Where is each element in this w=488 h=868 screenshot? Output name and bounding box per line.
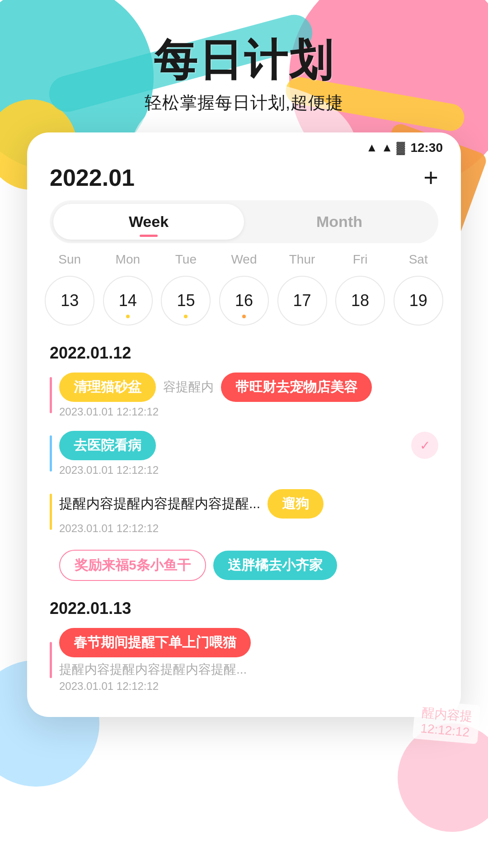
task-body-4: 奖励来福5条小鱼干 送胖橘去小齐家 — [59, 550, 438, 581]
tag-walk-dog[interactable]: 遛狗 — [267, 489, 324, 519]
date-cell-19[interactable]: 19 — [394, 276, 443, 326]
task-item-1: 清理猫砂盆 容提醒内 带旺财去宠物店美容 2023.01.01 12:12:12 — [27, 366, 461, 425]
task-time-1: 2023.01.01 12:12:12 — [59, 406, 438, 418]
task-body-text-5: 提醒内容提醒内容提醒内容提醒... — [59, 661, 438, 678]
task-body-2: 去医院看病 ✓ 2023.01.01 12:12:12 — [59, 431, 438, 476]
tag-pet-grooming[interactable]: 带旺财去宠物店美容 — [221, 373, 372, 402]
app-title: 每日计划 — [0, 36, 488, 84]
wifi-icon: ▲ — [366, 141, 378, 155]
task-time-5: 2023.01.01 12:12:12 — [59, 680, 438, 693]
day-label-wed: Wed — [219, 252, 269, 267]
status-time: 12:30 — [410, 141, 443, 155]
calendar-current-date: 2022.01 — [50, 164, 135, 191]
task-body-3: 提醒内容提醒内容提醒内容提醒... 遛狗 2023.01.01 12:12:12 — [59, 489, 438, 535]
date-cell-13[interactable]: 13 — [45, 276, 94, 326]
status-icons: ▲ ▲ ▓ — [366, 141, 405, 155]
task-item-3: 提醒内容提醒内容提醒内容提醒... 遛狗 2023.01.01 12:12:12 — [27, 483, 461, 541]
tag-spring-festival[interactable]: 春节期间提醒下单上门喂猫 — [59, 628, 251, 657]
date-cell-15[interactable]: 15 — [161, 276, 211, 326]
task-item-4: 奖励来福5条小鱼干 送胖橘去小齐家 — [27, 541, 461, 590]
day-label-sat: Sat — [394, 252, 443, 267]
day-label-mon: Mon — [103, 252, 153, 267]
date-cell-17[interactable]: 17 — [277, 276, 327, 326]
day-label-tue: Tue — [161, 252, 211, 267]
view-tab-group: Week Month — [50, 200, 438, 243]
header: 每日计划 轻松掌握每日计划,超便捷 — [0, 0, 488, 114]
task-line-3 — [50, 494, 52, 530]
side-decoration-text: 醒内容提12:12:12 — [413, 700, 481, 744]
tag-hospital[interactable]: 去医院看病 — [59, 431, 156, 460]
add-event-button[interactable]: + — [423, 165, 438, 190]
day-label-thur: Thur — [277, 252, 327, 267]
task-check-2[interactable]: ✓ — [411, 432, 438, 459]
app-subtitle: 轻松掌握每日计划,超便捷 — [0, 91, 488, 114]
tag-clean-litterbox[interactable]: 清理猫砂盆 — [59, 373, 156, 402]
tab-month[interactable]: Month — [244, 204, 435, 240]
task-reminder-text: 容提醒内 — [163, 378, 214, 396]
task-time-3: 2023.01.01 12:12:12 — [59, 522, 438, 535]
day-label-fri: Fri — [335, 252, 385, 267]
task-item-5: 春节期间提醒下单上门喂猫 提醒内容提醒内容提醒内容提醒... 2023.01.0… — [27, 622, 461, 699]
task-body-1: 清理猫砂盆 容提醒内 带旺财去宠物店美容 2023.01.01 12:12:12 — [59, 373, 438, 418]
dot-16 — [242, 315, 246, 318]
dot-14 — [126, 315, 130, 318]
date-cell-16[interactable]: 16 — [219, 276, 269, 326]
bottom-spacer — [27, 699, 461, 717]
tag-reward-cat[interactable]: 奖励来福5条小鱼干 — [59, 550, 206, 581]
dot-15 — [184, 315, 188, 318]
signal-icon: ▲ — [381, 141, 393, 155]
tab-week[interactable]: Week — [53, 204, 244, 240]
day-label-row: Sun Mon Tue Wed Thur Fri Sat — [27, 248, 461, 271]
task-item-2: 去医院看病 ✓ 2023.01.01 12:12:12 — [27, 425, 461, 483]
section-date-2: 2022.01.13 — [27, 590, 461, 622]
date-cell-14[interactable]: 14 — [103, 276, 153, 326]
section-date-1: 2022.01.12 — [27, 335, 461, 366]
task-body-5: 春节期间提醒下单上门喂猫 提醒内容提醒内容提醒内容提醒... 2023.01.0… — [59, 628, 438, 693]
date-row: 13 14 15 16 17 18 19 — [27, 271, 461, 335]
day-label-sun: Sun — [45, 252, 94, 267]
task-body-text-3: 提醒内容提醒内容提醒内容提醒... — [59, 495, 260, 513]
task-line-5 — [50, 642, 52, 678]
task-line-2 — [50, 435, 52, 472]
calendar-header: 2022.01 + — [27, 155, 461, 196]
battery-icon: ▓ — [396, 141, 405, 155]
task-time-2: 2023.01.01 12:12:12 — [59, 464, 438, 476]
status-bar: ▲ ▲ ▓ 12:30 — [27, 132, 461, 155]
main-card: ▲ ▲ ▓ 12:30 2022.01 + Week Month Sun Mon… — [27, 132, 461, 717]
date-cell-18[interactable]: 18 — [335, 276, 385, 326]
tag-send-cat[interactable]: 送胖橘去小齐家 — [213, 551, 337, 580]
task-line-1 — [50, 377, 52, 413]
page: 每日计划 轻松掌握每日计划,超便捷 ▲ ▲ ▓ 12:30 2022.01 + … — [0, 0, 488, 868]
